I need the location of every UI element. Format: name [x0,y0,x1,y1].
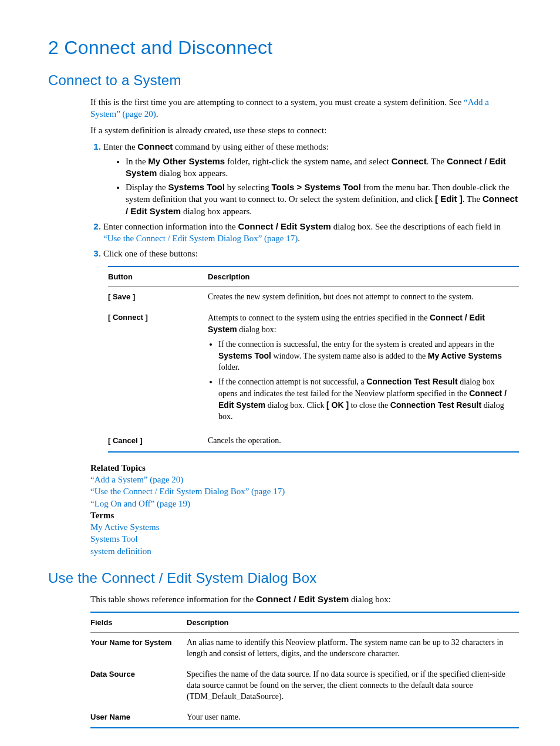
text: dialog box. Click [265,401,326,410]
text: . [298,234,300,243]
text: Enter the [103,142,137,151]
table-row: Your Name for System An alias name to id… [90,633,519,664]
bold: Connect [392,156,427,166]
text: to close the [349,401,390,410]
field-name: Data Source [90,664,187,707]
col-description: Description [187,612,519,633]
text: command by using either of these methods… [173,142,328,151]
button-name: [ Save ] [108,287,208,308]
bold: Connect [137,141,173,151]
related-link[interactable]: “Log On and Off” (page 19) [90,499,190,508]
text: by selecting [225,183,272,192]
text: Display the [126,183,168,192]
bold: My Active Systems [428,351,502,360]
field-desc: Specifies the name of the data source. I… [187,664,519,707]
table-row: User Name Your user name. [90,707,519,728]
list-item: If the connection attempt is not success… [218,376,513,423]
col-description: Description [208,266,519,287]
chapter-title: 2 Connect and Disconnect [48,35,519,60]
text: dialog box: [237,325,276,334]
text: In the [126,157,148,166]
field-desc: An alias name to identify this Neoview p… [187,633,519,664]
text: dialog box: [349,595,391,604]
section2-intro: This table shows reference information f… [90,593,519,605]
bold: [ Edit ] [435,194,463,204]
button-desc: Creates the new system definition, but d… [208,287,519,308]
col-button: Button [108,266,208,287]
col-fields: Fields [90,612,187,633]
buttons-table: Button Description [ Save ] Creates the … [108,266,519,453]
bold: Tools > Systems Tool [272,182,361,192]
button-name: [ Connect ] [108,308,208,431]
bold: Systems Tool [218,351,271,360]
bold: Connect / Edit System [256,594,349,604]
step-1: Enter the Connect command by using eithe… [103,141,519,217]
bold: [ OK ] [326,400,349,410]
term-link[interactable]: My Active Systems [90,522,160,532]
section-use-dialog-box: Use the Connect / Edit System Dialog Box [48,569,519,588]
text: If the connection is successful, the ent… [218,340,494,349]
text: folder, right-click the system name, and… [225,157,391,166]
intro-paragraph-2: If a system definition is already create… [90,124,519,136]
table-row: Data Source Specifies the name of the da… [90,664,519,707]
text: dialog box appears. [181,207,252,216]
text: dialog box appears. [157,168,228,178]
step-2: Enter connection information into the Co… [103,221,519,245]
button-desc: Cancels the operation. [208,431,519,452]
text: This table shows reference information f… [90,595,256,604]
fields-table: Fields Description Your Name for System … [90,612,519,729]
term-link[interactable]: Systems Tool [90,534,138,544]
text: . The [427,157,447,166]
related-topics-heading: Related Topics [90,462,519,474]
text: . [156,109,158,119]
table-row: [ Cancel ] Cancels the operation. [108,431,519,452]
bold: Systems Tool [168,182,225,192]
text: If the connection attempt is not success… [218,377,366,386]
term-link[interactable]: system definition [90,546,151,556]
field-name: Your Name for System [90,633,187,664]
text: If this is the first time you are attemp… [90,97,464,107]
related-link[interactable]: “Add a System” (page 20) [90,475,183,484]
field-desc: Your user name. [187,707,519,728]
table-row: [ Save ] Creates the new system definiti… [108,287,519,308]
step-3: Click one of these buttons: [103,248,519,259]
step-1-bullet-2: Display the Systems Tool by selecting To… [126,181,519,217]
text: dialog box. See the descriptions of each… [331,222,501,231]
terms-heading: Terms [90,509,519,521]
bold: Connect / Edit System [238,221,331,231]
bold: My Other Systems [148,156,225,166]
field-name: User Name [90,707,187,728]
link-use-dialog-box[interactable]: “Use the Connect / Edit System Dialog Bo… [103,234,298,243]
table-row: [ Connect ] Attempts to connect to the s… [108,308,519,431]
text: . The [463,194,483,204]
bold: Connection Test Result [390,400,481,410]
text: folder. [218,363,239,372]
text: Attempts to connect to the system using … [208,313,430,322]
intro-paragraph-1: If this is the first time you are attemp… [90,96,519,120]
related-link[interactable]: “Use the Connect / Edit System Dialog Bo… [90,487,285,496]
button-name: [ Cancel ] [108,431,208,452]
bold: Connection Test Result [366,377,457,386]
text: Enter connection information into the [103,222,238,231]
step-1-bullet-1: In the My Other Systems folder, right-cl… [126,156,519,180]
text: window. The system name also is added to… [271,352,428,360]
section-connect-to-system: Connect to a System [48,71,519,90]
list-item: If the connection is successful, the ent… [218,339,513,373]
button-desc: Attempts to connect to the system using … [208,308,519,431]
